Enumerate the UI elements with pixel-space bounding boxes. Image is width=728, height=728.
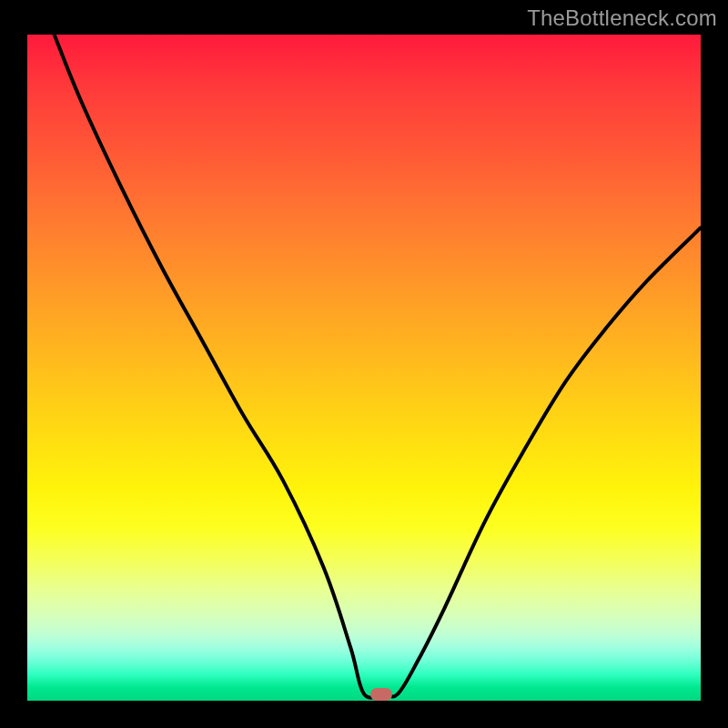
watermark-text: TheBottleneck.com <box>527 5 717 31</box>
plot-area <box>27 35 701 701</box>
bottleneck-curve <box>27 35 701 701</box>
optimal-point-marker <box>370 688 392 701</box>
